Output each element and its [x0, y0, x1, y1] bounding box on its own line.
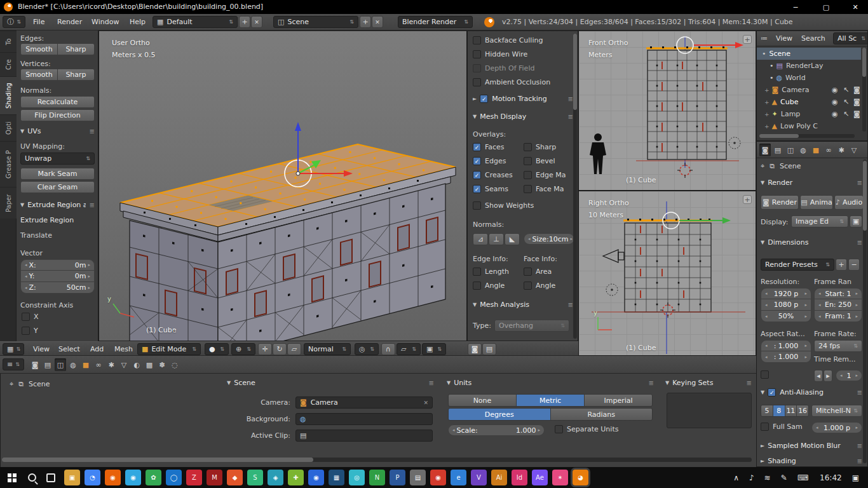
renderability-icon[interactable] — [853, 98, 860, 106]
overlay-bevel-checkbox[interactable]: Bevel — [524, 157, 555, 165]
tab-options[interactable]: Opti — [0, 114, 17, 141]
lamp-object[interactable] — [606, 284, 618, 295]
editor-type-dropdown[interactable] — [3, 343, 24, 355]
filter-size-field[interactable]: 1.000 p — [811, 422, 862, 433]
outliner-filter-dropdown[interactable]: All Sc — [833, 32, 868, 44]
manipulator-scale-button[interactable] — [287, 343, 301, 355]
show-weights-checkbox[interactable]: Show Weights — [473, 201, 534, 210]
tab-texture-icon[interactable] — [144, 358, 155, 371]
outliner-item-scene[interactable]: Scene — [757, 48, 861, 60]
aa-samples-16[interactable]: 16 — [796, 405, 808, 416]
renderability-icon[interactable] — [853, 110, 860, 118]
render-engine-dropdown[interactable]: Blender Render — [398, 16, 473, 28]
unwrap-dropdown[interactable]: Unwrap — [20, 152, 95, 165]
edge-length-checkbox[interactable]: Length — [473, 268, 509, 276]
overlay-seams-checkbox[interactable]: Seams — [473, 185, 508, 193]
anti-aliasing-checkbox[interactable] — [768, 388, 776, 396]
pin-icon[interactable] — [761, 162, 764, 170]
backface-culling-checkbox[interactable]: Backface Culling — [473, 36, 543, 44]
shading-panel-header[interactable]: Shading — [761, 457, 862, 465]
constraint-axis-x-checkbox[interactable]: X — [22, 313, 39, 321]
taskbar-app-icon[interactable]: P — [390, 470, 405, 485]
expand-region-icon[interactable] — [743, 195, 752, 204]
vertices-smooth-button[interactable]: Smooth — [20, 69, 58, 81]
taskbar-app-icon[interactable]: Ae — [532, 470, 548, 485]
taskbar-app-icon[interactable]: ✚ — [288, 470, 304, 485]
tab-world-icon[interactable] — [67, 358, 79, 371]
mesh-menu[interactable]: Mesh — [109, 345, 138, 353]
overlay-faces-checkbox[interactable]: Faces — [473, 143, 505, 151]
frame-start-field[interactable]: Start: 1 — [814, 288, 862, 299]
tab-scene-icon[interactable] — [55, 358, 66, 371]
tab-modifiers-icon[interactable] — [836, 144, 847, 156]
expand-icon[interactable] — [764, 123, 770, 130]
display-lock-button[interactable] — [850, 215, 862, 227]
scrollbar[interactable] — [863, 159, 867, 463]
resolution-y-field[interactable]: 1080 p — [761, 299, 811, 311]
menu-render[interactable]: Render — [52, 18, 87, 26]
scrollbar-horizontal[interactable] — [759, 134, 855, 138]
render-panel-header[interactable]: Render — [761, 179, 862, 187]
maximize-button[interactable] — [813, 0, 839, 14]
resolution-percent-field[interactable]: 50% — [761, 311, 811, 322]
start-button[interactable] — [8, 473, 17, 482]
add-menu[interactable]: Add — [85, 345, 109, 353]
depth-of-field-checkbox[interactable]: Depth Of Field — [473, 64, 534, 72]
delete-scene-button[interactable] — [372, 16, 383, 28]
outliner-item-world[interactable]: World — [757, 72, 861, 84]
unit-none-button[interactable]: None — [449, 395, 516, 406]
taskbar-app-icon[interactable]: ◉ — [105, 470, 121, 485]
delete-layout-button[interactable] — [251, 16, 262, 28]
vector-z-field[interactable]: Z:50cm — [20, 282, 95, 294]
taskbar-app-icon[interactable]: ◉ — [308, 470, 324, 485]
add-layout-button[interactable] — [239, 16, 250, 28]
overlay-edges-checkbox[interactable]: Edges — [473, 157, 506, 165]
hidden-wire-checkbox[interactable]: Hidden Wire — [473, 50, 527, 58]
full-sample-checkbox[interactable]: Full Sam — [761, 423, 803, 431]
taskbar-app-icon[interactable]: ◉ — [125, 470, 141, 485]
editor-type-dropdown[interactable] — [3, 358, 24, 370]
panel-menu-icon[interactable] — [857, 239, 862, 246]
close-button[interactable] — [843, 0, 868, 14]
scrollbar[interactable] — [862, 48, 866, 132]
overlay-face-marks-checkbox[interactable]: Face Ma — [524, 185, 564, 193]
step-down-button[interactable] — [814, 370, 823, 382]
flip-direction-button[interactable]: Flip Direction — [20, 109, 95, 121]
mode-dropdown[interactable]: Edit Mode — [137, 343, 201, 355]
units-panel-header[interactable]: Units — [447, 379, 654, 387]
tab-object-data-icon[interactable] — [848, 144, 860, 156]
outliner-item-cube[interactable]: Cube — [757, 96, 861, 108]
taskbar-app-icon[interactable]: e — [451, 470, 466, 485]
taskbar-app-icon[interactable]: ◉ — [430, 470, 446, 485]
edges-sharp-button[interactable]: Sharp — [58, 43, 95, 55]
transform-orientation-dropdown[interactable]: Normal — [304, 343, 351, 355]
taskbar-app-icon[interactable]: ▦ — [329, 470, 344, 485]
tray-volume-icon[interactable]: ♪ — [749, 473, 754, 482]
taskbar-app-icon[interactable]: Ai — [491, 470, 507, 485]
add-preset-button[interactable] — [836, 259, 847, 271]
tab-physics-icon[interactable] — [169, 358, 180, 371]
outliner-view-menu[interactable]: View — [771, 34, 797, 43]
analysis-type-dropdown[interactable]: Overhang — [494, 320, 569, 332]
constraint-axis-y-checkbox[interactable]: Y — [22, 327, 38, 335]
render-button[interactable]: Render — [761, 195, 799, 210]
animation-button[interactable]: Anima — [800, 195, 833, 210]
mesh-analysis-panel-header[interactable]: Mesh Analysis — [473, 301, 573, 309]
keying-sets-panel-header[interactable]: Keying Sets — [665, 379, 752, 387]
face-angle-checkbox[interactable]: Angle — [524, 281, 555, 290]
lamp-object[interactable] — [729, 137, 740, 149]
select-menu[interactable]: Select — [53, 345, 85, 353]
tab-world-icon[interactable] — [797, 144, 809, 156]
outliner-search-menu[interactable]: Search — [796, 34, 831, 43]
taskbar-app-icon[interactable]: ✿ — [146, 470, 161, 485]
operator-panel-header[interactable]: Extrude Region and — [20, 201, 95, 209]
tab-modifiers-icon[interactable] — [105, 358, 117, 371]
expand-icon[interactable] — [764, 99, 770, 105]
renderability-icon[interactable] — [853, 86, 860, 94]
unit-metric-button[interactable]: Metric — [516, 395, 584, 406]
overlay-creases-checkbox[interactable]: Creases — [473, 171, 513, 179]
panel-menu-icon[interactable] — [857, 442, 862, 449]
uvs-panel-header[interactable]: UVs — [20, 127, 95, 135]
display-dropdown[interactable]: Image Ed — [791, 215, 848, 227]
outliner-item-low-poly[interactable]: Low Poly C — [757, 120, 861, 132]
